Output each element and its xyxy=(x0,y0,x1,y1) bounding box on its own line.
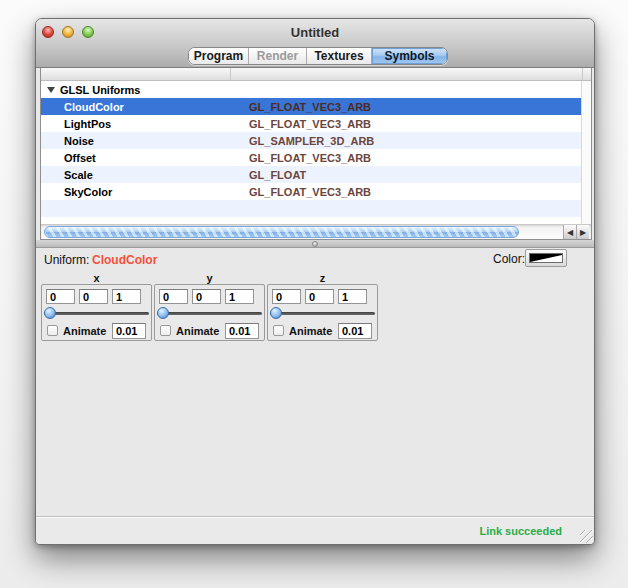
uniform-name: Scale xyxy=(64,169,93,181)
app-window: Untitled Program Render Textures Symbols… xyxy=(35,18,595,545)
window-title: Untitled xyxy=(291,25,339,40)
color-label: Color: xyxy=(493,252,525,266)
status-message: Link succeeded xyxy=(479,525,562,537)
table-row[interactable]: Scale GL_FLOAT xyxy=(41,166,581,183)
table-row[interactable]: CloudColor GL_FLOAT_VEC3_ARB xyxy=(41,98,581,115)
scroll-right-button[interactable]: ▶ xyxy=(576,225,589,239)
column-divider[interactable] xyxy=(582,68,583,80)
uniform-type: GL_SAMPLER_3D_ARB xyxy=(249,135,374,147)
uniform-inspector: Uniform: CloudColor Color: x Animate xyxy=(36,248,594,518)
uniform-value: CloudColor xyxy=(92,253,157,267)
value-field-3[interactable] xyxy=(112,289,141,304)
uniform-type: GL_FLOAT_VEC3_ARB xyxy=(249,118,371,130)
split-handle[interactable] xyxy=(36,240,594,248)
horizontal-scrollbar-thumb[interactable] xyxy=(44,226,519,238)
tab-textures[interactable]: Textures xyxy=(307,48,372,64)
axis-label: x xyxy=(41,272,152,284)
step-field[interactable] xyxy=(225,323,259,339)
empty-row xyxy=(41,200,581,217)
axis-label: y xyxy=(154,272,265,284)
slider-track[interactable] xyxy=(44,312,149,315)
value-field-1[interactable] xyxy=(159,289,188,304)
animate-checkbox[interactable] xyxy=(47,325,58,336)
uniform-type: GL_FLOAT_VEC3_ARB xyxy=(249,101,371,113)
value-field-1[interactable] xyxy=(272,289,301,304)
value-slider[interactable] xyxy=(155,307,264,320)
uniform-name: CloudColor xyxy=(64,101,124,113)
table-row[interactable]: SkyColor GL_FLOAT_VEC3_ARB xyxy=(41,183,581,200)
resize-grip-icon[interactable] xyxy=(580,530,593,543)
right-arrow-icon: ▶ xyxy=(580,228,586,237)
value-field-2[interactable] xyxy=(79,289,108,304)
vertical-scrollbar-track[interactable] xyxy=(581,81,591,225)
value-slider[interactable] xyxy=(268,307,377,320)
uniform-name: Noise xyxy=(64,135,94,147)
axis-group-z: z Animate xyxy=(267,272,378,341)
list-header[interactable] xyxy=(41,68,591,81)
horizontal-scrollbar[interactable]: ◀ ▶ xyxy=(41,224,591,239)
uniform-label: Uniform: xyxy=(44,253,89,267)
tab-render[interactable]: Render xyxy=(249,48,307,64)
animate-label: Animate xyxy=(63,325,106,337)
left-arrow-icon: ◀ xyxy=(567,228,573,237)
value-field-3[interactable] xyxy=(338,289,367,304)
group-label: GLSL Uniforms xyxy=(60,84,140,96)
minimize-icon[interactable] xyxy=(62,26,74,38)
uniform-name: LightPos xyxy=(64,118,111,130)
value-field-1[interactable] xyxy=(46,289,75,304)
color-swatch xyxy=(529,253,563,263)
axis-label: z xyxy=(267,272,378,284)
slider-track[interactable] xyxy=(157,312,262,315)
table-row[interactable]: Noise GL_SAMPLER_3D_ARB xyxy=(41,132,581,149)
step-field[interactable] xyxy=(338,323,372,339)
slider-thumb[interactable] xyxy=(44,307,56,319)
slider-thumb[interactable] xyxy=(270,307,282,319)
uniforms-list: GLSL Uniforms CloudColor GL_FLOAT_VEC3_A… xyxy=(40,68,592,240)
animate-checkbox[interactable] xyxy=(160,325,171,336)
animate-label: Animate xyxy=(289,325,332,337)
view-tabs: Program Render Textures Symbols xyxy=(188,47,448,65)
table-row[interactable]: LightPos GL_FLOAT_VEC3_ARB xyxy=(41,115,581,132)
value-field-3[interactable] xyxy=(225,289,254,304)
uniform-name: Offset xyxy=(64,152,96,164)
scroll-left-button[interactable]: ◀ xyxy=(563,225,576,239)
splitter-dimple-icon[interactable] xyxy=(312,241,318,247)
disclosure-triangle-icon[interactable] xyxy=(47,87,55,93)
uniform-type: GL_FLOAT_VEC3_ARB xyxy=(249,186,371,198)
uniform-type: GL_FLOAT_VEC3_ARB xyxy=(249,152,371,164)
group-row-glsl-uniforms[interactable]: GLSL Uniforms xyxy=(41,81,581,98)
uniform-type: GL_FLOAT xyxy=(249,169,306,181)
tab-symbols[interactable]: Symbols xyxy=(372,48,447,64)
value-field-2[interactable] xyxy=(305,289,334,304)
window-controls xyxy=(42,26,94,38)
color-wedge-icon xyxy=(530,254,562,262)
window-titlebar[interactable]: Untitled xyxy=(36,19,594,46)
list-rows: GLSL Uniforms CloudColor GL_FLOAT_VEC3_A… xyxy=(41,81,591,225)
animate-checkbox[interactable] xyxy=(273,325,284,336)
axis-group-y: y Animate xyxy=(154,272,265,341)
value-slider[interactable] xyxy=(42,307,151,320)
uniform-name: SkyColor xyxy=(64,186,112,198)
slider-thumb[interactable] xyxy=(157,307,169,319)
slider-track[interactable] xyxy=(270,312,375,315)
close-icon[interactable] xyxy=(42,26,54,38)
toolbar: Program Render Textures Symbols xyxy=(36,46,594,68)
value-field-2[interactable] xyxy=(192,289,221,304)
color-well[interactable] xyxy=(525,249,567,267)
step-field[interactable] xyxy=(112,323,146,339)
animate-label: Animate xyxy=(176,325,219,337)
scrollbar-arrows: ◀ ▶ xyxy=(563,225,590,239)
status-bar: Link succeeded xyxy=(36,516,594,544)
zoom-icon[interactable] xyxy=(82,26,94,38)
column-divider[interactable] xyxy=(230,68,231,80)
tab-program[interactable]: Program xyxy=(189,48,249,64)
axis-group-x: x Animate xyxy=(41,272,152,341)
table-row[interactable]: Offset GL_FLOAT_VEC3_ARB xyxy=(41,149,581,166)
